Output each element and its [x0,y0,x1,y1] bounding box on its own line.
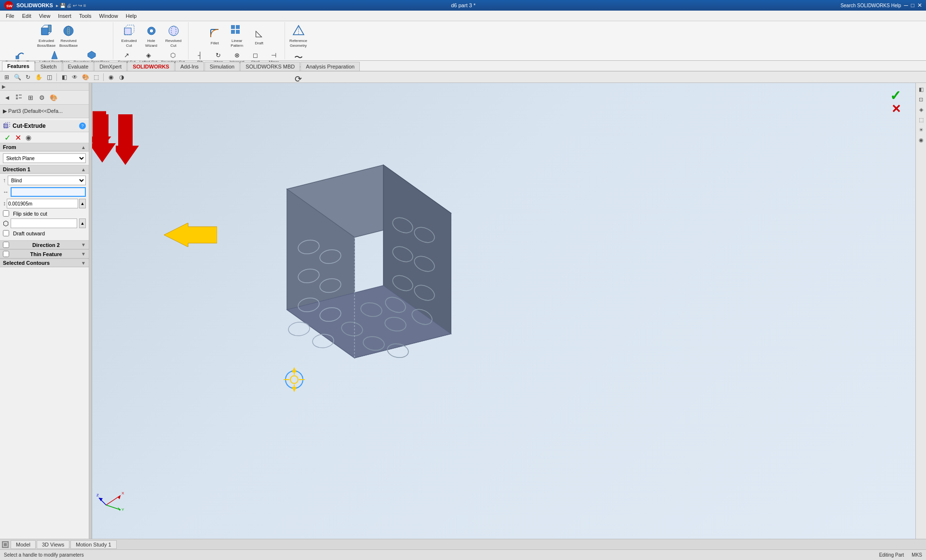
maximize-btn[interactable]: □ [911,2,914,9]
scenes-btn[interactable]: ⬚ [91,72,101,82]
from-select[interactable]: Sketch Plane Surface/Face/Plane Vertex O… [3,153,86,163]
panel-back-btn[interactable]: ◄ [2,92,13,103]
right-orient-btn[interactable]: ⊡ [917,95,926,104]
cancel-btn[interactable]: ✕ [14,133,22,142]
shadow-btn[interactable]: ◑ [117,72,126,82]
tab-dimxpert[interactable]: DimXpert [94,62,127,71]
checkmark-btn[interactable]: ✓ [890,88,901,104]
tab-add-ins[interactable]: Add-Ins [175,62,204,71]
svg-rect-24 [19,95,22,96]
direction2-checkbox[interactable] [3,242,9,248]
status-message: Select a handle to modify parameters [4,552,84,558]
model-tree-header: ▶ Part3 (Default<<Defa... [0,105,89,118]
right-appear-btn[interactable]: ◈ [917,105,926,114]
appearance-btn[interactable]: 🎨 [81,72,90,82]
panel-collapse: ▶ [0,83,89,91]
draft-outward-checkbox[interactable] [3,230,9,236]
revolved-boss-btn[interactable]: RevolvedBoss/Base [58,23,79,49]
right-scene-btn[interactable]: ⬚ [917,115,926,124]
tab-analysis[interactable]: Analysis Preparation [300,62,360,71]
realview-btn[interactable]: ◉ [106,72,116,82]
sw-logo: SW [4,0,14,10]
hide-show-btn[interactable]: 👁 [70,72,80,82]
menu-window[interactable]: Window [95,12,122,20]
extruded-boss-btn[interactable]: ExtrudedBoss/Base [36,23,57,49]
direction1-section-header[interactable]: Direction 1 ▲ [0,165,89,174]
reference-geometry-icon [292,24,305,38]
right-light-btn[interactable]: ☀ [917,125,926,134]
display-style-btn[interactable]: ◧ [59,72,69,82]
panel-resize-handle[interactable] [89,83,92,539]
thin-feature-section-header[interactable]: Thin Feature ▼ [0,249,89,259]
revolved-cut-btn[interactable]: RevolvedCut [163,23,184,49]
section-view-btn[interactable]: ◫ [44,72,54,82]
panel-prop-btn[interactable]: ⊞ [25,92,36,103]
preview-btn[interactable]: ◉ [24,133,33,142]
svg-rect-11 [124,28,131,35]
menu-help[interactable]: Help [122,12,141,20]
view-orient-btn[interactable]: ⊞ [2,72,12,82]
extruded-cut-btn[interactable]: ExtrudedCut [119,23,140,49]
tab-evaluate[interactable]: Evaluate [63,62,94,71]
panel-tree-btn[interactable] [14,92,24,103]
secondary-toolbar: ⊞ 🔍 ↻ ✋ ◫ ◧ 👁 🎨 ⬚ ◉ ◑ [0,71,926,83]
linear-pattern-btn[interactable]: LinearPattern [226,23,247,49]
status-right: Editing Part MKS [879,552,922,558]
selected-contours-label: Selected Contours [3,260,50,266]
bottom-tab-icon[interactable] [2,541,9,548]
help-search[interactable]: Search SOLIDWORKS Help [841,3,901,8]
menu-view[interactable]: View [35,12,54,20]
fillet-btn[interactable]: Fillet [204,26,225,46]
minimize-btn[interactable]: ─ [904,2,908,9]
info-btn[interactable]: ? [79,123,86,129]
menu-insert[interactable]: Insert [54,12,75,20]
right-camera-btn[interactable]: ◉ [917,136,926,144]
selected-contours-section-header[interactable]: Selected Contours ▼ [0,259,89,267]
bottom-tab-model[interactable]: Model [11,540,36,549]
from-section-header[interactable]: From ▲ [0,143,89,151]
panel-config-btn[interactable]: ⚙ [37,92,47,103]
wrap-icon: ↻ [214,50,223,60]
prop-actions: ✓ ✕ ◉ [0,132,89,143]
tab-features[interactable]: Features [2,61,35,71]
bottom-tab-motion[interactable]: Motion Study 1 [70,540,116,549]
draft-spin[interactable]: ▲ [79,219,86,228]
tab-sketch[interactable]: Sketch [35,62,62,71]
tab-mbd[interactable]: SOLIDWORKS MBD [240,62,300,71]
view-zoom-btn[interactable]: 🔍 [13,72,22,82]
draft-surface-input[interactable] [11,219,77,228]
menu-tools[interactable]: Tools [75,12,95,20]
menu-file[interactable]: File [2,12,18,20]
direction1-type-select[interactable]: Blind Through All Through All - Both Up … [8,176,86,185]
flip-checkbox-row: Flip side to cut [3,210,86,217]
prop-title: Cut-Extrude [13,123,46,129]
reference-geometry-btn[interactable]: ReferenceGeometry [288,23,309,49]
depth-value-input[interactable] [7,199,78,208]
right-view-btn[interactable]: ◧ [917,85,926,94]
draft-icon: ◺ [252,27,266,40]
depth-spin-up[interactable]: ▲ [79,199,86,208]
menu-edit[interactable]: Edit [18,12,35,20]
direction1-depth-input[interactable] [11,187,86,197]
direction2-collapse-icon: ▼ [81,242,86,247]
thin-feature-checkbox[interactable] [3,251,9,257]
extruded-cut-label: ExtrudedCut [122,39,137,48]
view-pan-btn[interactable]: ✋ [34,72,43,82]
panel-display-btn[interactable]: 🎨 [48,92,59,103]
direction2-label: Direction 2 [32,242,60,248]
canvas-cancel-btn[interactable]: ✕ [891,102,901,116]
view-rotate-btn[interactable]: ↻ [23,72,33,82]
tab-simulation[interactable]: Simulation [204,62,240,71]
bottom-tab-3dviews[interactable]: 3D Views [37,540,69,549]
close-btn[interactable]: ✕ [917,2,922,9]
svg-rect-4 [48,25,51,32]
canvas-area: X Y Z ✓ ✕ [89,83,915,539]
main-layout: ▶ ◄ ⊞ ⚙ 🎨 ▶ Part3 (Default<<Defa... Cut-… [0,83,926,539]
panel-arrow[interactable]: ▶ [2,84,6,89]
ok-btn[interactable]: ✓ [3,133,12,142]
draft-btn[interactable]: ◺ Draft [248,26,270,46]
tab-solidworks[interactable]: SOLIDWORKS [127,62,175,71]
flip-side-checkbox[interactable] [3,210,9,217]
direction2-section-header[interactable]: Direction 2 ▼ [0,240,89,249]
hole-wizard-btn[interactable]: HoleWizard [141,23,162,49]
